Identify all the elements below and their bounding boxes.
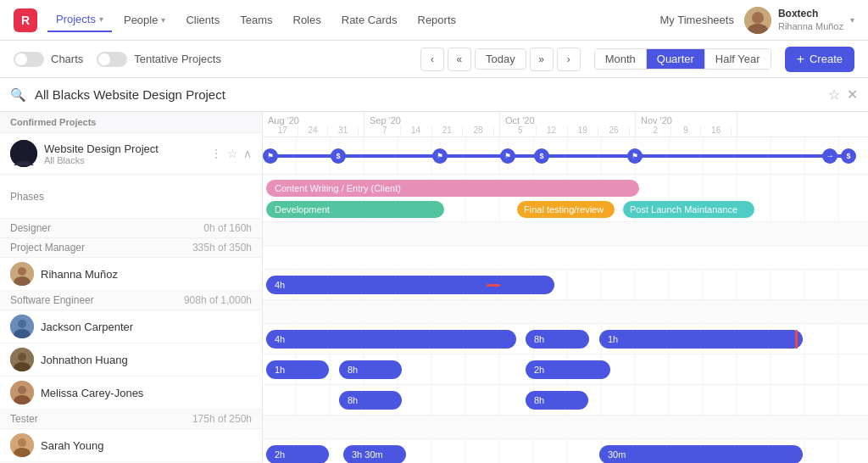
jackson-avatar bbox=[10, 315, 34, 338]
search-icon: 🔍 bbox=[10, 87, 26, 103]
rihanna-name: Rihanna Muñoz bbox=[41, 268, 252, 281]
nav-people[interactable]: People ▾ bbox=[115, 8, 174, 31]
nav-reports[interactable]: Reports bbox=[409, 8, 465, 31]
fast-prev-button[interactable]: « bbox=[448, 47, 471, 71]
sarah-avatar bbox=[10, 433, 34, 457]
johnathon-name: Johnathon Huang bbox=[41, 354, 252, 366]
project-row: Website Design Project All Blacks ⋮ ☆ ∧ bbox=[0, 133, 262, 175]
user-info: Boxtech Rihanna Muñoz bbox=[778, 8, 843, 33]
star-project-icon[interactable]: ☆ bbox=[227, 147, 238, 160]
app-logo: R bbox=[14, 8, 37, 32]
quarter-button[interactable]: Quarter bbox=[647, 49, 705, 69]
nav-teams[interactable]: Teams bbox=[231, 8, 281, 31]
tentative-label: Tentative Projects bbox=[134, 53, 221, 65]
designer-role-label: Designer bbox=[10, 222, 203, 234]
toolbar: Charts Tentative Projects ‹ « Today » › … bbox=[0, 41, 868, 78]
johnathon-avatar bbox=[10, 348, 34, 371]
prev-button[interactable]: ‹ bbox=[420, 47, 444, 71]
period-selector: Month Quarter Half Year bbox=[594, 48, 771, 70]
jackson-row: Jackson Carpenter bbox=[0, 310, 262, 343]
more-icon[interactable]: ⋮ bbox=[210, 147, 222, 160]
rihanna-avatar bbox=[10, 262, 34, 286]
charts-toggle-group: Charts bbox=[14, 52, 83, 67]
project-info: Website Design Project All Blacks bbox=[44, 142, 203, 165]
avatar bbox=[744, 7, 771, 34]
today-button[interactable]: Today bbox=[475, 48, 526, 70]
phases-row: Phases bbox=[0, 175, 262, 219]
nav-roles[interactable]: Roles bbox=[285, 8, 330, 31]
pm-hours: 335h of 350h bbox=[192, 242, 252, 254]
nav-controls: ‹ « Today » › bbox=[420, 47, 581, 71]
half-year-button[interactable]: Half Year bbox=[705, 49, 771, 69]
people-chevron-icon: ▾ bbox=[161, 15, 165, 25]
nav-clients[interactable]: Clients bbox=[177, 8, 228, 31]
melissa-avatar bbox=[10, 381, 34, 404]
close-icon[interactable]: ✕ bbox=[847, 86, 858, 103]
nav-projects[interactable]: Projects ▾ bbox=[47, 8, 112, 32]
fast-next-button[interactable]: » bbox=[530, 47, 554, 71]
tentative-toggle-group: Tentative Projects bbox=[97, 52, 221, 67]
gantt-chart: Aug '20 17 24 31 Sep '20 7 14 21 28 bbox=[263, 112, 868, 463]
projects-chevron-icon: ▾ bbox=[99, 14, 103, 24]
search-bar: 🔍 All Blacks Website Design Project ☆ ✕ bbox=[0, 78, 868, 112]
charts-toggle[interactable] bbox=[14, 52, 44, 67]
create-button[interactable]: + Create bbox=[785, 47, 854, 72]
melissa-row: Melissa Carey-Jones bbox=[0, 377, 262, 410]
next-button[interactable]: › bbox=[557, 47, 581, 71]
svg-point-12 bbox=[18, 353, 26, 361]
left-panel: Confirmed Projects Website Design Projec… bbox=[0, 112, 263, 463]
project-actions: ⋮ ☆ ∧ bbox=[210, 147, 252, 160]
tester-role-label: Tester bbox=[10, 413, 192, 425]
phases-label: Phases bbox=[10, 191, 44, 203]
rihanna-row: Rihanna Muñoz bbox=[0, 258, 262, 291]
project-client: All Blacks bbox=[44, 155, 203, 165]
jackson-name: Jackson Carpenter bbox=[41, 321, 252, 333]
my-timesheets-link[interactable]: My Timesheets bbox=[660, 14, 734, 26]
sarah-row: Sarah Young bbox=[0, 429, 262, 462]
se-role-label: Software Engineer bbox=[10, 294, 184, 306]
project-name: Website Design Project bbox=[44, 142, 203, 155]
johnathon-row: Johnathon Huang bbox=[0, 343, 262, 377]
svg-point-15 bbox=[18, 386, 26, 394]
tentative-toggle[interactable] bbox=[97, 52, 127, 67]
project-avatar bbox=[10, 140, 37, 167]
nav-rate-cards[interactable]: Rate Cards bbox=[333, 8, 406, 31]
charts-label: Charts bbox=[51, 53, 83, 65]
collapse-icon[interactable]: ∧ bbox=[243, 147, 252, 160]
svg-point-1 bbox=[752, 12, 764, 24]
month-button[interactable]: Month bbox=[595, 49, 647, 69]
sarah-name: Sarah Young bbox=[41, 439, 252, 452]
user-menu-chevron-icon: ▾ bbox=[850, 15, 854, 25]
main-content: Confirmed Projects Website Design Projec… bbox=[0, 112, 868, 463]
tester-role-row: Tester 175h of 250h bbox=[0, 410, 262, 429]
pm-role-label: Project Manager bbox=[10, 242, 192, 254]
se-hours: 908h of 1,000h bbox=[184, 294, 252, 306]
top-nav: R Projects ▾ People ▾ Clients Teams Role… bbox=[0, 0, 868, 41]
confirmed-section-header: Confirmed Projects bbox=[0, 112, 262, 133]
search-value[interactable]: All Blacks Website Design Project bbox=[35, 87, 820, 102]
create-plus-icon: + bbox=[797, 52, 804, 67]
designer-role-row: Designer 0h of 160h bbox=[0, 219, 262, 238]
svg-point-18 bbox=[18, 438, 26, 447]
svg-point-9 bbox=[18, 320, 26, 328]
designer-hours: 0h of 160h bbox=[203, 222, 252, 234]
svg-point-6 bbox=[18, 267, 26, 276]
melissa-name: Melissa Carey-Jones bbox=[41, 387, 252, 399]
user-menu[interactable]: Boxtech Rihanna Muñoz ▾ bbox=[744, 7, 854, 34]
pm-role-row: Project Manager 335h of 350h bbox=[0, 238, 262, 258]
tester-hours: 175h of 250h bbox=[192, 413, 252, 425]
star-icon[interactable]: ☆ bbox=[828, 86, 840, 103]
se-role-row: Software Engineer 908h of 1,000h bbox=[0, 291, 262, 310]
